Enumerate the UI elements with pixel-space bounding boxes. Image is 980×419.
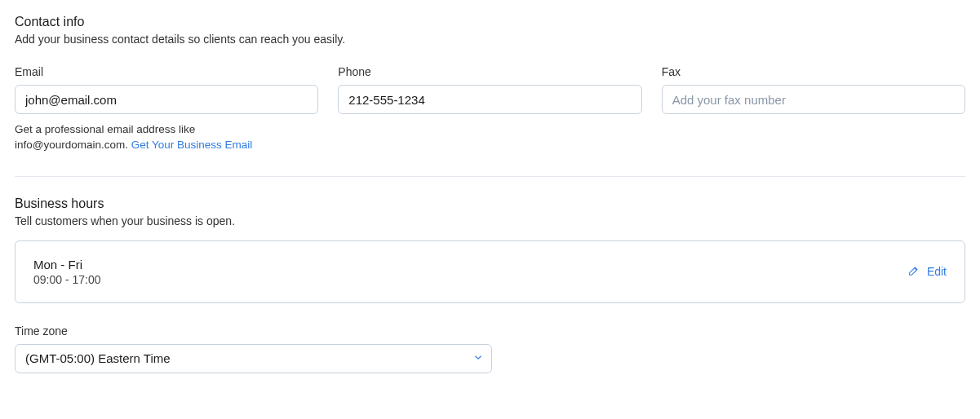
get-business-email-link[interactable]: Get Your Business Email bbox=[131, 139, 253, 151]
edit-label: Edit bbox=[927, 265, 947, 278]
hours-title: Business hours bbox=[15, 196, 965, 211]
email-field-group: Email Get a professional email address l… bbox=[15, 65, 318, 153]
contact-section: Contact info Add your business contact d… bbox=[15, 15, 965, 153]
hours-time: 09:00 - 17:00 bbox=[33, 273, 101, 286]
hours-desc: Tell customers when your business is ope… bbox=[15, 214, 965, 227]
section-divider bbox=[15, 176, 965, 177]
hours-box: Mon - Fri 09:00 - 17:00 Edit bbox=[15, 240, 965, 303]
fax-field-group: Fax bbox=[662, 65, 965, 153]
contact-title: Contact info bbox=[15, 15, 965, 29]
phone-field-group: Phone bbox=[338, 65, 641, 153]
hours-summary: Mon - Fri 09:00 - 17:00 bbox=[33, 258, 101, 286]
contact-desc: Add your business contact details so cli… bbox=[15, 33, 965, 46]
hours-section: Business hours Tell customers when your … bbox=[15, 196, 965, 373]
timezone-value: (GMT-05:00) Eastern Time bbox=[15, 344, 492, 373]
contact-fields-row: Email Get a professional email address l… bbox=[15, 65, 965, 153]
hours-days: Mon - Fri bbox=[33, 258, 101, 271]
timezone-field-group: Time zone (GMT-05:00) Eastern Time bbox=[15, 324, 965, 373]
email-input[interactable] bbox=[15, 85, 318, 114]
pencil-icon bbox=[907, 264, 920, 280]
fax-input[interactable] bbox=[662, 85, 965, 114]
fax-label: Fax bbox=[662, 65, 965, 78]
email-helper: Get a professional email address like in… bbox=[15, 122, 308, 153]
timezone-select[interactable]: (GMT-05:00) Eastern Time bbox=[15, 344, 492, 373]
timezone-label: Time zone bbox=[15, 324, 965, 337]
edit-hours-button[interactable]: Edit bbox=[907, 264, 947, 280]
phone-label: Phone bbox=[338, 65, 641, 78]
email-label: Email bbox=[15, 65, 318, 78]
phone-input[interactable] bbox=[338, 85, 641, 114]
